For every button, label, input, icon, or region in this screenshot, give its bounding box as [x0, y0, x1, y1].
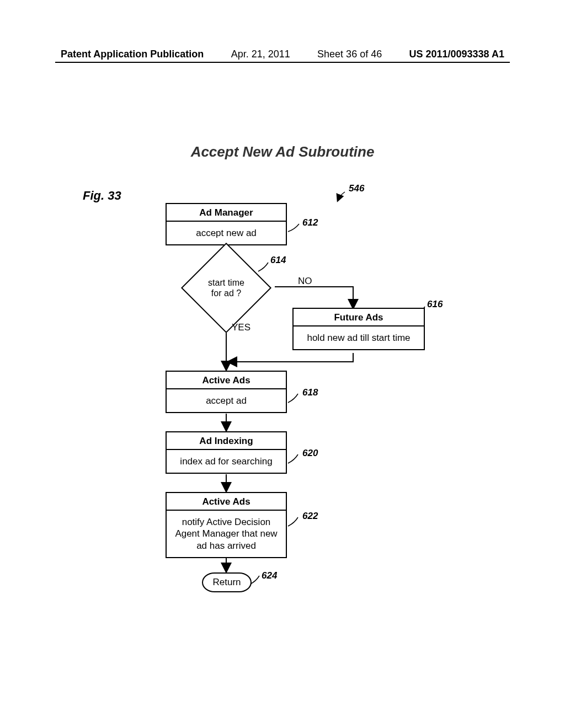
edge-no: NO [298, 276, 312, 287]
box-title: Ad Indexing [167, 432, 286, 450]
ref-622: 622 [302, 511, 318, 522]
ref-614: 614 [270, 255, 286, 266]
decision-start-time: start time for ad ? [194, 256, 258, 320]
terminator-text: Return [212, 577, 241, 588]
box-body: accept new ad [167, 222, 286, 244]
ref-620: 620 [302, 448, 318, 459]
process-ad-manager: Ad Manager accept new ad [166, 203, 287, 245]
ref-612: 612 [302, 217, 318, 228]
header-date: Apr. 21, 2011 [231, 49, 290, 60]
ref-618: 618 [302, 387, 318, 398]
diagram-title: Accept New Ad Subroutine [0, 143, 565, 160]
process-ad-indexing: Ad Indexing index ad for searching [166, 431, 287, 474]
page-header: Patent Application Publication Apr. 21, … [61, 49, 504, 60]
ref-616: 616 [427, 299, 443, 310]
decision-text: start time for ad ? [194, 256, 258, 320]
box-title: Ad Manager [167, 204, 286, 222]
box-title: Active Ads [167, 372, 286, 389]
header-sheet: Sheet 36 of 46 [317, 49, 382, 60]
box-title: Active Ads [167, 493, 286, 511]
box-body: notify Active Decision Agent Manager tha… [167, 511, 286, 557]
header-rule [55, 62, 510, 63]
flowchart: Ad Manager accept new ad start time for … [0, 188, 565, 640]
box-body: hold new ad till start time [294, 326, 424, 349]
header-publication: Patent Application Publication [61, 49, 204, 60]
edge-yes: YES [232, 322, 250, 333]
process-active-ads-notify: Active Ads notify Active Decision Agent … [166, 492, 287, 558]
process-active-ads-accept: Active Ads accept ad [166, 371, 287, 413]
header-docnum: US 2011/0093338 A1 [409, 49, 504, 60]
ref-546: 546 [349, 183, 364, 194]
ref-624: 624 [262, 570, 277, 581]
process-future-ads: Future Ads hold new ad till start time [292, 308, 425, 350]
box-body: accept ad [167, 389, 286, 412]
terminator-return: Return [202, 572, 252, 592]
box-body: index ad for searching [167, 450, 286, 473]
box-title: Future Ads [294, 309, 424, 326]
